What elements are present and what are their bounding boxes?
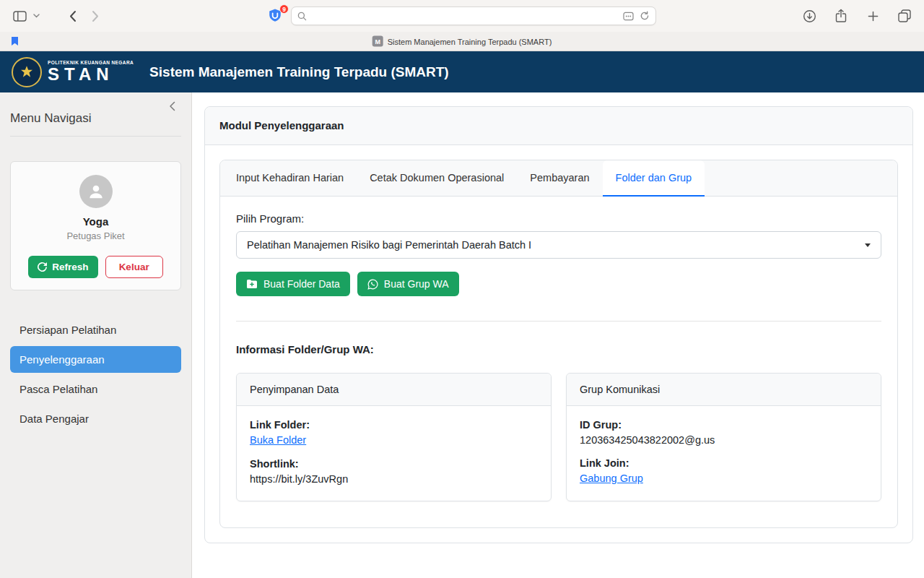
program-select-value: Pelatihan Manajemen Risiko bagi Pemerint… [247,239,531,251]
tabs-card: Input Kehadiran Harian Cetak Dokumen Ope… [219,160,898,528]
back-icon [69,10,77,22]
divider [10,136,181,137]
info-title: Informasi Folder/Grup WA: [236,343,881,355]
forward-button[interactable] [86,7,105,25]
logout-button[interactable]: Keluar [105,256,163,278]
pilih-program-label: Pilih Program: [236,212,881,225]
divider [236,321,881,322]
shortlink-label: Shortlink: [250,458,538,470]
sidebar-item-pasca-pelatihan[interactable]: Pasca Pelatihan [10,376,181,402]
sidebar-collapse-button[interactable] [169,101,175,114]
pinned-tab-icon [10,36,19,46]
extension-icon[interactable]: 9 [268,8,284,24]
refresh-icon [38,262,47,272]
module-title: Modul Penyelenggaraan [219,119,344,131]
folder-plus-icon [246,279,258,289]
link-join-label: Link Join: [580,457,868,469]
forward-icon [92,10,100,22]
id-grup-value: 120363425043822002@g.us [580,434,868,446]
tab-folder-dan-grup[interactable]: Folder dan Grup [603,160,705,197]
user-role: Petugas Piket [19,230,172,241]
avatar [79,175,113,208]
buat-folder-data-button[interactable]: Buat Folder Data [236,272,350,296]
tab-favicon: M [372,36,383,47]
sidebar-item-data-pengajar[interactable]: Data Pengajar [10,405,181,432]
tab-overview-button[interactable] [895,7,914,25]
penyimpanan-data-card: Penyimpanan Data Link Folder: Buka Folde… [236,373,552,501]
buat-folder-data-label: Buat Folder Data [263,278,340,290]
sidebar-toggle-button[interactable] [10,7,29,25]
grup-komunikasi-card: Grup Komunikasi ID Grup: 120363425043822… [566,373,881,501]
sidebar: Menu Navigasi Yoga Petugas Piket Refresh… [0,92,192,578]
tab-input-kehadiran-harian[interactable]: Input Kehadiran Harian [223,160,357,196]
buka-folder-link[interactable]: Buka Folder [250,434,306,446]
tab-panel-folder-dan-grup: Pilih Program: Pelatihan Manajemen Risik… [220,197,897,527]
program-select[interactable]: Pelatihan Manajemen Risiko bagi Pemerint… [236,231,881,259]
tab-pembayaran[interactable]: Pembayaran [517,160,602,196]
download-icon [803,9,816,23]
reload-icon[interactable] [640,11,650,21]
user-card: Yoga Petugas Piket Refresh Keluar [10,161,181,290]
stan-logo: POLITEKNIK KEUANGAN NEGARA STAN [12,57,134,87]
app-header: POLITEKNIK KEUANGAN NEGARA STAN Sistem M… [0,51,924,92]
sidebar-toggle-icon [13,11,27,22]
address-bar[interactable] [291,7,656,25]
chevron-left-icon [169,101,175,111]
refresh-button[interactable]: Refresh [28,256,97,278]
main-content: Modul Penyelenggaraan Input Kehadiran Ha… [192,92,924,578]
tab-list: Input Kehadiran Harian Cetak Dokumen Ope… [220,160,897,197]
group-card-title: Grup Komunikasi [567,374,881,406]
tab-cetak-dokumen-operasional[interactable]: Cetak Dokumen Operasional [357,160,517,196]
storage-card-title: Penyimpanan Data [237,374,551,406]
extension-badge: 9 [279,4,289,14]
sidebar-item-persiapan-pelatihan[interactable]: Persiapan Pelatihan [10,316,181,343]
module-card-header: Modul Penyelenggaraan [205,107,912,145]
downloads-button[interactable] [800,7,819,25]
chevron-down-icon[interactable] [33,14,40,18]
tab-title: Sistem Manajemen Training Terpadu (SMART… [388,37,552,46]
sidebar-nav: Persiapan Pelatihan Penyelenggaraan Pasc… [10,316,181,432]
back-button[interactable] [63,7,82,25]
stan-emblem-icon [12,57,42,87]
gabung-grup-link[interactable]: Gabung Grup [580,473,643,484]
browser-toolbar: 9 [0,0,924,32]
new-tab-button[interactable] [863,7,882,25]
buat-grup-wa-button[interactable]: Buat Grup WA [357,272,459,296]
caret-down-icon [865,243,871,247]
link-folder-label: Link Folder: [250,419,538,431]
module-card: Modul Penyelenggaraan Input Kehadiran Ha… [204,106,913,543]
user-name: Yoga [19,215,172,228]
institution-acronym: STAN [48,65,134,83]
tab-bar: M Sistem Manajemen Training Terpadu (SMA… [0,32,924,51]
active-browser-tab[interactable]: M Sistem Manajemen Training Terpadu (SMA… [372,36,552,47]
shortlink-value: https://bit.ly/3ZuvRgn [250,473,538,485]
id-grup-label: ID Grup: [580,419,868,431]
buat-grup-wa-label: Buat Grup WA [384,278,449,290]
plus-icon [868,11,879,22]
app-title: Sistem Manajemen Training Terpadu (SMART… [149,64,449,80]
tab-overview-icon [898,9,911,22]
person-icon [87,182,105,201]
share-button[interactable] [832,7,850,25]
sidebar-item-penyelenggaraan[interactable]: Penyelenggaraan [10,346,181,373]
browser-window: 9 [0,0,924,578]
autofill-icon[interactable] [623,12,634,21]
menu-title: Menu Navigasi [10,111,181,126]
search-icon [297,12,307,21]
pinned-tab[interactable] [10,36,19,46]
share-icon [835,9,847,23]
whatsapp-icon [367,279,378,290]
refresh-button-label: Refresh [52,262,88,272]
